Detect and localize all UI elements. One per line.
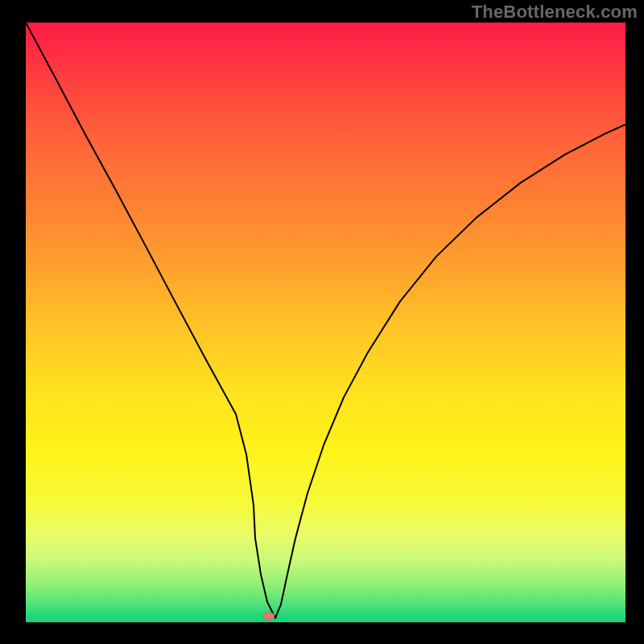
watermark-text: TheBottleneck.com: [472, 2, 638, 23]
optimal-point-marker: [263, 612, 275, 621]
chart-container: TheBottleneck.com: [0, 0, 644, 644]
bottleneck-curve: [26, 23, 625, 622]
plot-area: [26, 23, 625, 622]
